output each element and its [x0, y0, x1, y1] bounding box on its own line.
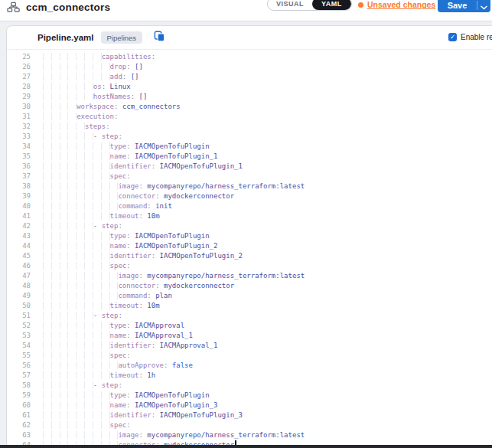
code-line[interactable]: 48 connector: mydockerconnector [7, 281, 492, 291]
code-text: add: [] [31, 72, 139, 82]
yaml-key: step [102, 381, 119, 389]
code-line[interactable]: 34 type: IACMOpenTofuPlugin [7, 142, 492, 152]
code-line[interactable]: 53 name: IACMApproval_1 [7, 331, 492, 341]
code-line[interactable]: 41 timeout: 10m [7, 211, 492, 221]
code-line[interactable]: 27 add: [] [7, 72, 492, 82]
yaml-list-dash: - [93, 381, 102, 389]
code-line[interactable]: 26 drop: [] [7, 62, 492, 72]
yaml-key: autoApprove [118, 361, 164, 369]
yaml-key: workspace [77, 103, 114, 110]
code-line[interactable]: 57 timeout: 1h [7, 371, 492, 381]
code-line[interactable]: 42 - step: [7, 221, 492, 231]
yaml-code-editor[interactable]: 25 capabilities:26 drop: []27 add: []28 … [7, 49, 492, 448]
yaml-colon: : [126, 352, 130, 359]
yaml-key: spec [110, 421, 127, 429]
yaml-key: type [110, 322, 127, 329]
code-line[interactable]: 39 connector: mydockerconnector [7, 191, 492, 201]
code-line[interactable]: 50 timeout: 10m [7, 301, 492, 311]
code-line[interactable]: 40 command: init [7, 201, 492, 211]
yaml-colon: : [102, 83, 106, 90]
code-line[interactable]: 61 identifier: IACMOpenTofuPlugin_3 [7, 410, 492, 420]
code-text: workspace: ccm_connectors [31, 102, 181, 112]
yaml-key: capabilities [102, 53, 152, 60]
code-text: type: IACMOpenTofuPlugin [31, 142, 210, 152]
indent-guides [35, 401, 110, 409]
yaml-value: [] [131, 73, 139, 80]
toggle-yaml[interactable]: YAML [312, 0, 351, 10]
line-number: 55 [7, 351, 31, 361]
indent-guides [35, 391, 110, 399]
yaml-key: identifier [110, 162, 152, 170]
yaml-key: type [110, 391, 127, 399]
code-line[interactable]: 46 spec: [7, 261, 492, 271]
code-line[interactable]: 49 command: plan [7, 291, 492, 301]
code-line[interactable]: 63 image: mycompanyrepo/harness_terrafor… [7, 430, 492, 440]
code-line[interactable]: 29 hostNames: [] [7, 92, 492, 102]
code-text: capabilities: [31, 52, 155, 62]
toggle-visual[interactable]: VISUAL [268, 0, 312, 10]
yaml-colon: : [126, 142, 130, 150]
line-number: 28 [7, 82, 31, 92]
save-split-button[interactable]: Save [438, 0, 490, 12]
line-number: 53 [7, 331, 31, 341]
code-text: image: mycompanyrepo/harness_terraform:l… [31, 181, 305, 191]
yaml-editor-card: Pipeline.yaml Pipelines ✓ Enable read/ 2… [6, 25, 492, 448]
yaml-value: IACMOpenTofuPlugin [135, 391, 210, 399]
indent-guides [35, 312, 93, 319]
code-line[interactable]: 62 spec: [7, 420, 492, 430]
yaml-value: [] [135, 63, 143, 70]
yaml-value: 10m [147, 302, 159, 309]
copy-button[interactable] [154, 31, 165, 45]
code-line[interactable]: 60 name: IACMOpenTofuPlugin_3 [7, 401, 492, 410]
line-number: 41 [7, 211, 31, 221]
code-line[interactable]: 55 spec: [7, 351, 492, 361]
indent-guides [35, 212, 110, 220]
code-line[interactable]: 25 capabilities: [7, 52, 492, 62]
line-number: 58 [7, 381, 31, 391]
yaml-colon: : [138, 272, 142, 280]
code-line[interactable]: 30 workspace: ccm_connectors [7, 102, 492, 112]
code-line[interactable]: 38 image: mycompanyrepo/harness_terrafor… [7, 181, 492, 191]
code-text: identifier: IACMOpenTofuPlugin_1 [31, 162, 243, 172]
code-line[interactable]: 56 autoApprove: false [7, 361, 492, 371]
code-line[interactable]: 37 spec: [7, 172, 492, 181]
chevron-down-icon [481, 0, 487, 13]
enable-read-checkbox[interactable]: ✓ [448, 33, 457, 41]
code-line[interactable]: 51 - step: [7, 311, 492, 321]
yaml-value: IACMApproval_1 [160, 342, 218, 349]
code-line[interactable]: 45 identifier: IACMOpenTofuPlugin_2 [7, 251, 492, 261]
code-line[interactable]: 36 identifier: IACMOpenTofuPlugin_1 [7, 162, 492, 172]
code-line[interactable]: 54 identifier: IACMApproval_1 [7, 341, 492, 351]
code-line[interactable]: 44 name: IACMOpenTofuPlugin_2 [7, 241, 492, 251]
code-line[interactable]: 58 - step: [7, 381, 492, 391]
line-number: 38 [7, 181, 31, 191]
yaml-colon: : [152, 162, 155, 170]
unsaved-changes-link[interactable]: Unsaved changes [367, 0, 435, 9]
code-line[interactable]: 28 os: Linux [7, 82, 492, 92]
yaml-value: false [172, 361, 193, 369]
line-number: 60 [7, 401, 31, 410]
code-line[interactable]: 33 - step: [7, 132, 492, 142]
indent-guides [35, 421, 110, 429]
indent-guides [35, 53, 102, 60]
code-line[interactable]: 32 steps: [7, 122, 492, 132]
code-line[interactable]: 43 type: IACMOpenTofuPlugin [7, 231, 492, 241]
yaml-colon: : [147, 292, 151, 299]
yaml-colon: : [155, 192, 159, 200]
code-line[interactable]: 59 type: IACMOpenTofuPlugin [7, 391, 492, 401]
yaml-value: 10m [147, 212, 159, 220]
save-button[interactable]: Save [438, 0, 477, 10]
yaml-colon: : [164, 361, 168, 369]
line-number: 39 [7, 191, 31, 201]
indent-guides [35, 242, 110, 250]
code-line[interactable]: 35 name: IACMOpenTofuPlugin_1 [7, 152, 492, 162]
code-text: - step: [31, 221, 122, 231]
code-line[interactable]: 52 type: IACMApproval [7, 321, 492, 331]
line-number: 50 [7, 301, 31, 311]
code-text: os: Linux [31, 82, 131, 92]
code-line[interactable]: 47 image: mycompanyrepo/harness_terrafor… [7, 271, 492, 281]
indent-guides [35, 282, 118, 289]
save-options-button[interactable] [477, 0, 490, 13]
indent-guides [35, 83, 93, 90]
code-line[interactable]: 31 execution: [7, 112, 492, 122]
